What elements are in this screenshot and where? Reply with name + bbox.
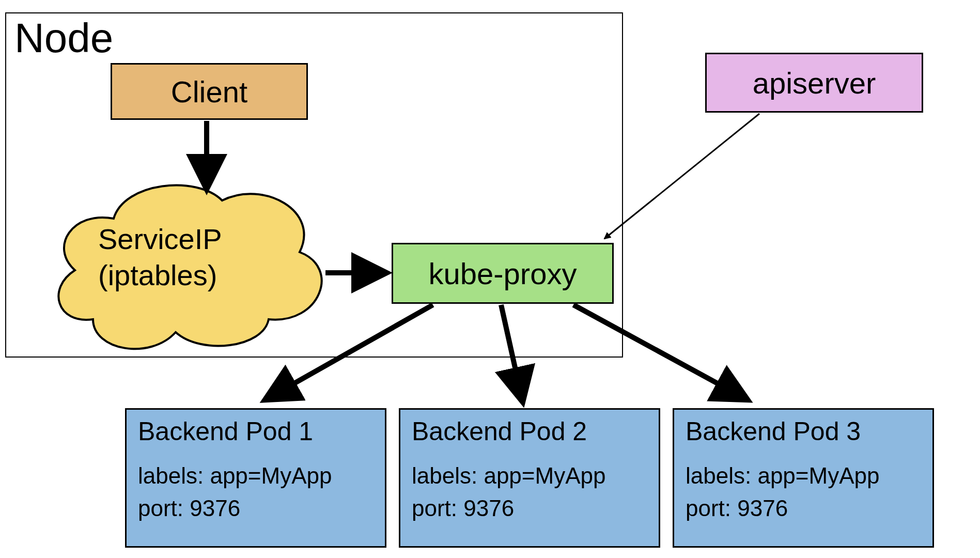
arrow-apiserver-to-proxy [604,114,759,239]
apiserver-box: apiserver [705,53,923,113]
cloud-line2: (iptables) [98,257,222,293]
backend-pod-3: Backend Pod 3 labels: app=MyApp port: 93… [673,408,934,548]
pod-title: Backend Pod 2 [412,417,647,447]
pod-labels: labels: app=MyApp [686,459,921,492]
pod-title: Backend Pod 3 [686,417,921,447]
pod-port: port: 9376 [412,492,647,525]
pod-title: Backend Pod 1 [138,417,374,447]
client-label: Client [171,74,247,109]
cloud-line1: ServiceIP [98,221,222,257]
pod-labels: labels: app=MyApp [138,459,374,492]
pod-port: port: 9376 [686,492,921,525]
backend-pod-1: Backend Pod 1 labels: app=MyApp port: 93… [125,408,386,548]
kube-proxy-box: kube-proxy [392,243,614,304]
node-label: Node [14,14,113,62]
backend-pod-2: Backend Pod 2 labels: app=MyApp port: 93… [399,408,660,548]
client-box: Client [111,63,308,120]
apiserver-label: apiserver [753,66,876,100]
pod-labels: labels: app=MyApp [412,459,647,492]
pod-port: port: 9376 [138,492,374,525]
serviceip-cloud: ServiceIP (iptables) [41,169,331,355]
kube-proxy-label: kube-proxy [429,256,577,291]
